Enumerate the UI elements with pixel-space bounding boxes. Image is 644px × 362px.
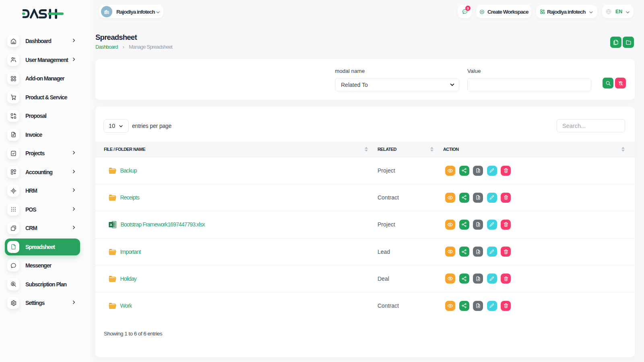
svg-text:X: X bbox=[109, 223, 112, 227]
